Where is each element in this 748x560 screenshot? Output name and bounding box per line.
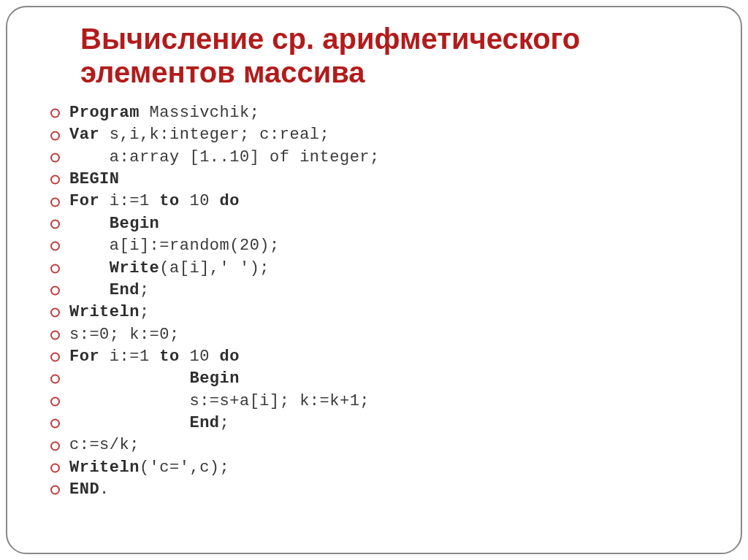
code-block: Program Massivchik; Var s,i,k:integer; c… xyxy=(29,102,719,501)
code-line: c:=s/k; xyxy=(69,434,719,456)
code-line: End; xyxy=(69,280,719,302)
code-line: Writeln; xyxy=(69,302,719,323)
code-line: Write(a[i],' '); xyxy=(69,258,719,280)
code-line: s:=0; k:=0; xyxy=(69,324,719,346)
code-line: s:=s+a[i]; k:=k+1; xyxy=(69,391,719,413)
code-line: Begin xyxy=(69,368,719,390)
slide-card: Вычисление ср. арифметического элементов… xyxy=(6,6,742,554)
code-line: End; xyxy=(69,413,719,434)
code-line: BEGIN xyxy=(69,169,719,191)
code-line: Writeln('c=',c); xyxy=(69,457,719,479)
code-line: a:array [1..10] of integer; xyxy=(69,147,719,169)
code-line: END. xyxy=(69,479,719,501)
code-line: For i:=1 to 10 do xyxy=(69,191,719,212)
code-line: For i:=1 to 10 do xyxy=(69,346,719,368)
code-line: Program Massivchik; xyxy=(69,102,719,124)
code-line: a[i]:=random(20); xyxy=(69,235,719,257)
code-line: Begin xyxy=(69,213,719,235)
code-line: Var s,i,k:integer; c:real; xyxy=(69,124,719,146)
slide-title: Вычисление ср. арифметического элементов… xyxy=(29,22,719,89)
